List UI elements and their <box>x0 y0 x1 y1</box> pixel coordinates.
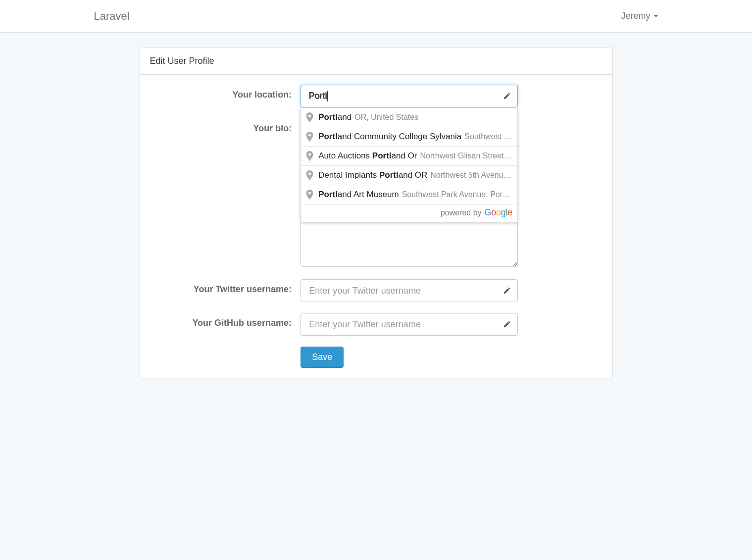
bio-label: Your bio: <box>150 118 301 268</box>
save-button[interactable]: Save <box>301 347 344 368</box>
autocomplete-item[interactable]: Auto Auctions Portland Or Northwest Glis… <box>301 146 517 165</box>
edit-profile-panel: Edit User Profile Your location: Portl <box>140 48 613 378</box>
navbar: Laravel Jeremy <box>0 0 752 33</box>
autocomplete-dropdown: Portland OR, United States Portland Comm… <box>301 108 518 222</box>
marker-icon <box>306 190 313 200</box>
user-name: Jeremy <box>621 11 650 21</box>
github-label: Your GitHub username: <box>150 313 301 336</box>
twitter-label: Your Twitter username: <box>150 279 301 302</box>
autocomplete-footer: powered by Google <box>301 204 517 222</box>
brand-link[interactable]: Laravel <box>94 10 130 23</box>
marker-icon <box>306 170 313 180</box>
chevron-down-icon <box>653 15 658 17</box>
autocomplete-item[interactable]: Portland OR, United States <box>301 108 517 127</box>
location-input[interactable] <box>301 85 518 107</box>
powered-by-text: powered by <box>441 208 482 217</box>
github-input[interactable] <box>301 313 518 336</box>
location-label: Your location: <box>150 85 301 107</box>
user-menu-toggle[interactable]: Jeremy <box>621 11 658 21</box>
marker-icon <box>306 132 313 142</box>
google-logo: Google <box>485 207 512 218</box>
marker-icon <box>306 151 313 161</box>
panel-title: Edit User Profile <box>140 48 612 75</box>
autocomplete-item[interactable]: Portland Art Museum Southwest Park Avenu… <box>301 185 517 204</box>
marker-icon <box>306 112 313 122</box>
twitter-input[interactable] <box>301 279 518 302</box>
autocomplete-item[interactable]: Portland Community College Sylvania Sout… <box>301 127 517 146</box>
autocomplete-item[interactable]: Dental Implants Portland OR Northwest 5t… <box>301 165 517 185</box>
